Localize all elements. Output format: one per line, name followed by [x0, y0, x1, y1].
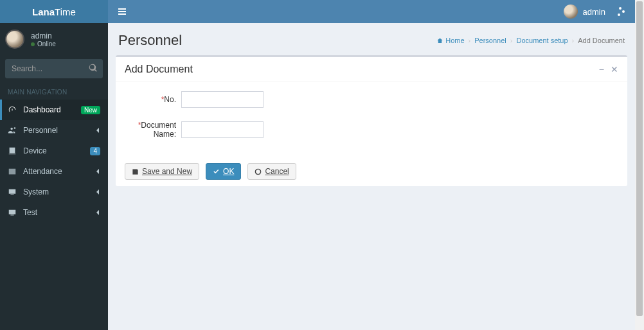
save-icon	[132, 168, 139, 175]
sidebar: LanaTime admin Online MAIN NAVIGATION Da…	[0, 0, 108, 330]
close-button[interactable]: ✕	[611, 65, 618, 74]
panel-header: Add Document − ✕	[116, 57, 627, 82]
document-name-label: *Document Name:	[125, 121, 176, 139]
brand-bold: Lana	[32, 6, 55, 17]
panel-title: Add Document	[125, 64, 599, 75]
home-icon	[436, 37, 443, 44]
user-panel: admin Online	[0, 23, 108, 55]
scrollbar-thumb[interactable]	[636, 1, 643, 316]
form-row-document-name: *Document Name:	[125, 121, 618, 139]
sidebar-item-label: Test	[23, 208, 89, 217]
breadcrumb-separator: ›	[510, 37, 513, 44]
no-label: *No.	[125, 95, 176, 104]
sidebar-item-test[interactable]: Test	[0, 202, 108, 223]
brand-logo: LanaTime	[0, 0, 108, 23]
breadcrumb-separator: ›	[469, 37, 471, 44]
check-icon	[213, 168, 220, 175]
breadcrumb-home[interactable]: Home	[436, 37, 464, 44]
sidebar-item-attendance[interactable]: Attendance	[0, 161, 108, 182]
count-badge: 4	[90, 147, 100, 155]
topbar-user[interactable]: admin	[564, 4, 605, 19]
search-container	[5, 59, 103, 78]
topbar: admin	[108, 0, 635, 23]
avatar	[5, 30, 24, 49]
breadcrumb-document-setup[interactable]: Document setup	[516, 37, 568, 44]
status-dot-icon	[31, 42, 35, 46]
content-header: Personnel Home › Personnel › Document se…	[108, 23, 635, 55]
page-title: Personnel	[118, 32, 182, 49]
panel-tools: − ✕	[599, 65, 618, 74]
chevron-left-icon	[95, 168, 100, 175]
user-status: Online	[31, 40, 56, 48]
sidebar-item-dashboard[interactable]: Dashboard New	[0, 100, 108, 120]
test-icon	[8, 208, 17, 217]
document-name-input[interactable]	[181, 121, 264, 138]
breadcrumb-separator: ›	[572, 37, 575, 44]
new-badge: New	[81, 106, 100, 114]
gears-icon[interactable]	[616, 6, 626, 17]
sidebar-item-label: Device	[23, 146, 84, 155]
sidebar-item-device[interactable]: Device 4	[0, 141, 108, 161]
panel-footer: Save and New OK Cancel	[116, 157, 627, 186]
sidebar-item-label: Dashboard	[23, 105, 75, 114]
attendance-icon	[8, 167, 17, 176]
ok-button[interactable]: OK	[206, 163, 241, 180]
no-input[interactable]	[181, 91, 264, 108]
save-and-new-button[interactable]: Save and New	[125, 163, 199, 180]
chevron-left-icon	[95, 209, 100, 216]
system-icon	[8, 187, 17, 196]
sidebar-item-personnel[interactable]: Personnel	[0, 120, 108, 141]
form-row-no: *No.	[125, 91, 618, 108]
breadcrumb-current: Add Document	[578, 37, 625, 44]
sidebar-item-label: System	[23, 187, 89, 196]
main-area: admin Personnel Home › Personnel › Docum…	[108, 0, 635, 330]
chevron-left-icon	[95, 127, 100, 134]
cancel-button[interactable]: Cancel	[247, 163, 296, 180]
dashboard-icon	[8, 105, 17, 114]
breadcrumb: Home › Personnel › Document setup › Add …	[436, 37, 625, 44]
user-name: admin	[31, 31, 56, 40]
device-icon	[8, 146, 17, 155]
vertical-scrollbar[interactable]	[635, 0, 644, 330]
breadcrumb-personnel[interactable]: Personnel	[474, 37, 506, 44]
sidebar-item-system[interactable]: System	[0, 182, 108, 202]
brand-light: Time	[55, 6, 76, 17]
hamburger-icon[interactable]	[117, 6, 127, 17]
collapse-button[interactable]: −	[599, 65, 604, 74]
personnel-icon	[8, 126, 17, 135]
panel-add-document: Add Document − ✕ *No. *Document Name:	[116, 55, 627, 186]
panel-body: *No. *Document Name:	[116, 82, 627, 157]
avatar	[564, 4, 578, 19]
cancel-icon	[255, 168, 262, 175]
user-info: admin Online	[31, 31, 56, 48]
nav-header: MAIN NAVIGATION	[0, 82, 108, 100]
topbar-user-name: admin	[583, 7, 605, 17]
status-text: Online	[37, 40, 56, 48]
chevron-left-icon	[95, 189, 100, 195]
search-icon[interactable]	[89, 64, 98, 73]
sidebar-item-label: Personnel	[23, 126, 89, 135]
sidebar-item-label: Attendance	[23, 167, 89, 176]
